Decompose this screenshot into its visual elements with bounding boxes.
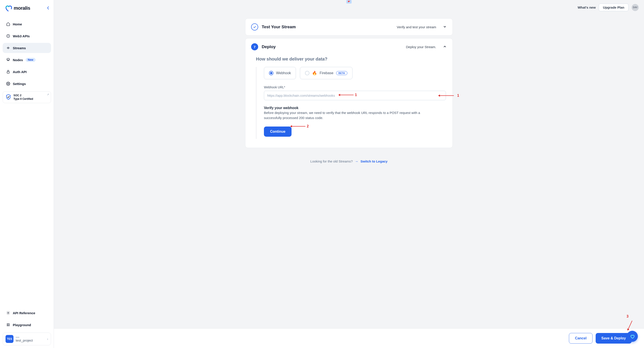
step-deploy-card: 7 Deploy Deploy your Stream. How should …: [245, 38, 453, 148]
sidebar-item-label: Playground: [13, 323, 31, 327]
soc2-line1: SOC 2: [14, 94, 33, 98]
chevron-up-icon: [443, 44, 447, 49]
step-title: Test Your Stream: [262, 24, 296, 29]
project-small: xxx: [16, 336, 33, 338]
firebase-icon: 🔥: [312, 71, 317, 76]
webhook-url-input[interactable]: [264, 91, 446, 100]
project-switcher[interactable]: TES xxx test_project ›: [3, 332, 51, 345]
sidebar-item-auth-api[interactable]: Auth API: [3, 67, 51, 77]
whats-new-link[interactable]: What's new: [578, 6, 596, 9]
radio-label: Firebase: [320, 71, 333, 75]
delivery-option-firebase[interactable]: 🔥 Firebase BETA: [300, 67, 352, 79]
section-heading: How should we deliver your data?: [256, 56, 446, 62]
api-icon: 3: [6, 34, 10, 38]
legacy-question: Looking for the old Streams?: [310, 160, 353, 163]
sidebar-item-api-reference[interactable]: API Reference: [3, 308, 51, 318]
step-test-card: Test Your Stream Verify and test your st…: [245, 18, 453, 36]
step-test-header[interactable]: Test Your Stream Verify and test your st…: [245, 18, 452, 35]
switch-to-legacy-link[interactable]: Switch to Legacy: [360, 160, 388, 163]
code-icon: [6, 311, 10, 315]
svg-point-5: [7, 324, 8, 324]
sidebar-item-settings[interactable]: Settings: [3, 78, 51, 89]
streams-icon: [6, 46, 10, 50]
sidebar-item-label: Auth API: [13, 70, 27, 74]
sidebar-item-home[interactable]: Home: [3, 19, 51, 29]
beta-badge: BETA: [336, 71, 348, 75]
svg-text:3: 3: [8, 35, 8, 37]
svg-point-8: [8, 325, 9, 326]
shield-check-icon: [6, 94, 11, 100]
sidebar-item-label: Nodes: [13, 58, 23, 62]
playground-icon: [6, 323, 10, 327]
chevron-left-icon: [47, 6, 49, 10]
logo-text: moralis: [14, 5, 30, 11]
sidebar-collapse-button[interactable]: [47, 6, 49, 10]
external-link-icon: ↗: [47, 93, 49, 96]
step-title: Deploy: [262, 44, 276, 49]
soc2-badge[interactable]: SOC 2 Type II Certified ↗: [3, 92, 51, 103]
project-badge: TES: [6, 335, 14, 343]
webhook-url-label: Webhook URL*: [264, 86, 446, 89]
radio-unselected: [305, 71, 310, 75]
sidebar-item-label: API Reference: [13, 311, 35, 315]
step-subtitle: Deploy your Stream.: [406, 45, 436, 49]
radio-selected: [269, 71, 274, 75]
step-deploy-header[interactable]: 7 Deploy Deploy your Stream.: [245, 38, 452, 55]
annotation-2: 2: [290, 124, 309, 128]
sidebar-item-playground[interactable]: Playground: [3, 320, 51, 330]
badge-new: New: [26, 58, 36, 62]
project-name: test_project: [16, 338, 33, 342]
step-number: 7: [251, 43, 258, 50]
svg-point-3: [8, 83, 9, 84]
sidebar: moralis Home 3 Web3 APIs Streams Nodes: [0, 0, 54, 348]
sidebar-item-streams[interactable]: Streams: [3, 43, 51, 53]
sidebar-item-label: Home: [13, 22, 22, 26]
sidebar-item-label: Settings: [13, 82, 26, 86]
verify-description: Before deploying your stream, we need to…: [264, 110, 436, 120]
sidebar-item-web3-apis[interactable]: 3 Web3 APIs: [3, 31, 51, 41]
footer-bar: 3 Cancel Save & Deploy: [54, 328, 644, 348]
cancel-button[interactable]: Cancel: [569, 333, 592, 344]
moralis-logo-icon: [4, 4, 12, 12]
save-deploy-button[interactable]: Save & Deploy: [596, 333, 632, 344]
continue-button[interactable]: Continue: [264, 126, 292, 137]
radio-label: Webhook: [276, 71, 291, 75]
svg-point-6: [8, 324, 9, 324]
avatar[interactable]: DAV: [632, 4, 639, 11]
chevron-right-icon: ›: [47, 337, 48, 341]
lock-icon: [6, 70, 10, 74]
legacy-row: Looking for the old Streams? → Switch to…: [245, 160, 453, 168]
flag-icon[interactable]: 🚩: [346, 0, 352, 4]
svg-point-4: [8, 312, 9, 314]
delivery-option-webhook[interactable]: Webhook: [264, 67, 296, 79]
logo[interactable]: moralis: [4, 4, 30, 12]
step-subtitle: Verify and test your stream: [397, 25, 436, 29]
moralis-heart-icon: [630, 334, 635, 339]
upgrade-plan-button[interactable]: Upgrade Plan: [599, 4, 628, 11]
soc2-line2: Type II Certified: [14, 98, 33, 101]
nodes-icon: [6, 58, 10, 62]
sidebar-item-nodes[interactable]: Nodes New: [3, 55, 51, 65]
sidebar-item-label: Web3 APIs: [13, 34, 30, 38]
chevron-down-icon: [443, 25, 447, 29]
gear-icon: [6, 82, 10, 86]
home-icon: [6, 22, 10, 26]
sidebar-item-label: Streams: [13, 46, 26, 50]
verify-title: Verify your webhook: [264, 106, 446, 110]
svg-rect-2: [7, 72, 10, 73]
help-fab[interactable]: [627, 331, 638, 342]
check-circle-icon: [251, 24, 258, 30]
arrow-right-icon: →: [355, 160, 358, 163]
svg-point-7: [7, 325, 8, 326]
topbar: 🚩 What's new Upgrade Plan DAV: [54, 0, 644, 11]
